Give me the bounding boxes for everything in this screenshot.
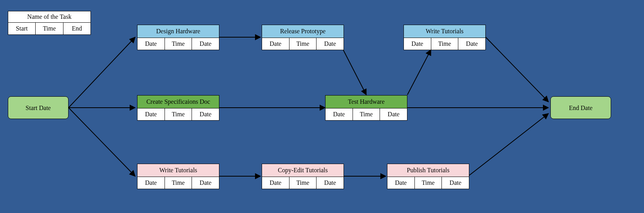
task-title: Write Tutorials [137,164,219,177]
task-end-cell: Date [458,38,485,50]
legend-start-cell: Start [8,23,35,34]
legend-subrow: Start Time End [8,23,90,34]
legend-box: Name of the Task Start Time End [8,11,91,35]
task-release-prototype: Release Prototype Date Time Date [262,25,344,50]
task-body: Date Time Date [262,38,344,50]
task-start-cell: Date [137,177,165,189]
task-time-cell: Time [353,108,380,120]
task-title: Publish Tutorials [387,164,469,177]
task-write-tutorials-top: Write Tutorials Date Time Date [403,25,486,50]
task-title: Test Hardware [326,96,407,108]
task-body: Date Time Date [326,108,407,120]
task-body: Date Time Date [137,108,219,120]
legend-title: Name of the Task [8,11,90,23]
task-body: Date Time Date [137,177,219,189]
task-test-hardware: Test Hardware Date Time Date [325,95,407,121]
svg-line-9 [486,37,548,102]
task-time-cell: Time [165,177,192,189]
task-end-cell: Date [316,177,344,189]
task-end-cell: Date [441,177,469,189]
start-node-label: Start Date [8,97,68,119]
pert-diagram: Name of the Task Start Time End Start Da… [0,0,644,213]
task-time-cell: Time [289,177,317,189]
end-node: End Date [550,96,611,119]
task-end-cell: Date [192,108,219,120]
task-design-hardware: Design Hardware Date Time Date [137,25,219,50]
task-end-cell: Date [316,38,344,50]
task-body: Date Time Date [137,38,219,50]
task-start-cell: Date [262,38,289,50]
task-start-cell: Date [404,38,431,50]
task-start-cell: Date [326,108,353,120]
task-body: Date Time Date [387,177,469,189]
task-start-cell: Date [137,38,165,50]
legend-time-cell: Time [35,23,63,34]
svg-line-4 [343,49,366,95]
task-end-cell: Date [380,108,407,120]
task-write-tutorials-bottom: Write Tutorials Date Time Date [137,164,219,189]
task-time-cell: Time [414,177,442,189]
task-end-cell: Date [192,38,219,50]
svg-line-2 [69,108,135,176]
task-start-cell: Date [137,108,165,120]
task-time-cell: Time [431,38,458,50]
task-time-cell: Time [165,108,192,120]
start-node: Start Date [8,96,69,119]
task-time-cell: Time [289,38,317,50]
task-body: Date Time Date [262,177,344,189]
task-title: Create Specificaions Doc [137,96,219,108]
end-node-label: End Date [551,97,611,119]
task-end-cell: Date [192,177,219,189]
task-title: Design Hardware [137,25,219,38]
task-start-cell: Date [262,177,289,189]
task-time-cell: Time [165,38,192,50]
task-copy-edit: Copy-Edit Tutorials Date Time Date [262,164,344,189]
task-title: Write Tutorials [404,25,485,38]
task-title: Release Prototype [262,25,344,38]
task-create-spec: Create Specificaions Doc Date Time Date [137,95,219,121]
task-start-cell: Date [387,177,414,189]
task-title: Copy-Edit Tutorials [262,164,344,177]
task-body: Date Time Date [404,38,485,50]
svg-line-11 [468,114,548,176]
legend-end-cell: End [63,23,90,34]
task-publish-tutorials: Publish Tutorials Date Time Date [387,164,469,189]
svg-line-0 [69,37,135,108]
svg-line-6 [407,50,431,95]
